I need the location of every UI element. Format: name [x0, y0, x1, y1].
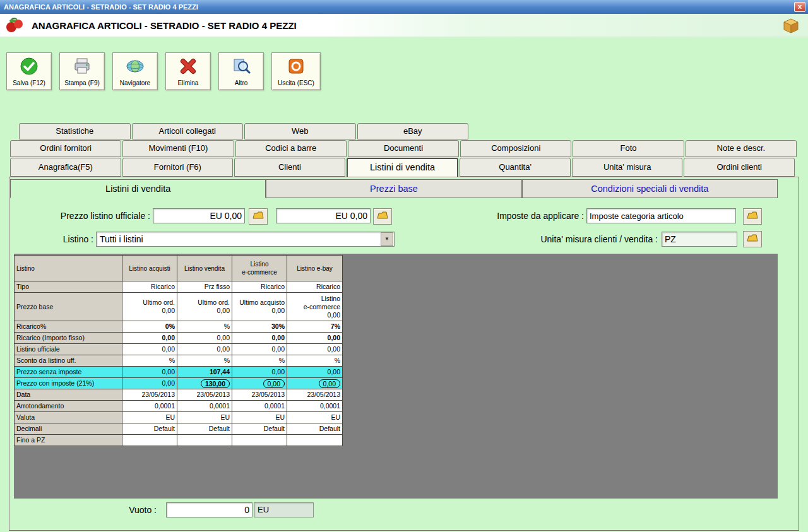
grid-cell[interactable] [177, 435, 232, 446]
imposte-input[interactable] [586, 208, 736, 223]
tab-movimenti-f10[interactable]: Movimenti (F10) [122, 140, 234, 157]
print-button[interactable]: Stampa (F9) [59, 52, 105, 90]
vuoto-input[interactable] [166, 502, 252, 517]
grid-cell[interactable]: Prz fisso [177, 281, 232, 293]
subtab-condizioni-speciali-di-vendita[interactable]: Condizioni speciali di vendita [522, 179, 778, 198]
tab-clienti[interactable]: Clienti [234, 158, 345, 177]
tab-statistiche[interactable]: Statistiche [19, 123, 131, 139]
subtab-prezzi-base[interactable]: Prezzi base [266, 179, 521, 198]
grid-cell[interactable]: Ricarico [232, 281, 287, 293]
grid-cell[interactable] [232, 435, 287, 446]
subtab-listini-di-vendita[interactable]: Listini di vendita [10, 179, 266, 198]
tab-fornitori-f6[interactable]: Fornitori (F6) [122, 158, 234, 177]
grid-cell[interactable]: 30% [232, 321, 287, 333]
grid-cell[interactable]: 0,0001 [287, 401, 343, 412]
grid-cell[interactable]: 0,0001 [177, 401, 232, 412]
um-input[interactable] [662, 232, 737, 247]
grid-cell[interactable]: Default [232, 423, 287, 435]
grid-cell[interactable]: % [232, 355, 287, 367]
table-row: Arrotondamento0,00010,00010,00010,0001 [15, 401, 343, 412]
close-icon[interactable]: x [794, 2, 805, 12]
tab-quantita[interactable]: Quantita' [460, 158, 571, 177]
tab-ebay[interactable]: eBay [357, 123, 469, 139]
grid-cell[interactable]: Ultimo acquisto 0,00 [232, 293, 287, 321]
grid-cell[interactable]: 23/05/2013 [287, 389, 343, 401]
grid-cell[interactable]: 0,00 [287, 378, 343, 389]
grid-cell[interactable]: 23/05/2013 [122, 389, 177, 401]
tab-web[interactable]: Web [244, 123, 356, 139]
prezzo-lookup-2-button[interactable] [373, 208, 392, 225]
grid-cell[interactable]: 0,0001 [122, 401, 177, 412]
grid-cell[interactable]: 0,00 [287, 333, 343, 344]
grid-cell[interactable]: Default [177, 423, 232, 435]
grid-cell[interactable]: 0,00 [287, 367, 343, 378]
grid-cell[interactable]: 0,00 [232, 367, 287, 378]
grid-cell[interactable]: Listino e-commerce 0,00 [287, 293, 343, 321]
grid-cell[interactable]: Ricarico [287, 281, 343, 293]
grid-cell[interactable]: Ultimo ord. 0,00 [177, 293, 232, 321]
grid-cell[interactable]: 0,00 [232, 333, 287, 344]
imposte-lookup-button[interactable] [743, 208, 762, 225]
grid-cell[interactable]: Ultimo ord. 0,00 [122, 293, 177, 321]
folder-lookup-icon [377, 211, 388, 222]
save-button[interactable]: Salva (F12) [6, 52, 52, 90]
grid-row-label: Data [15, 389, 122, 401]
grid-cell[interactable]: Ricarico [122, 281, 177, 293]
tab-unita-misura[interactable]: Unita' misura [572, 158, 683, 177]
prezzo-listino-input-2[interactable] [276, 208, 371, 223]
tab-row-3: Anagrafica(F5)Fornitori (F6)ClientiListi… [10, 158, 795, 177]
um-lookup-button[interactable] [743, 231, 762, 247]
navigator-button[interactable]: Navigatore [112, 52, 158, 90]
grid-cell[interactable]: EU [232, 412, 287, 423]
grid-cell[interactable]: % [177, 355, 232, 367]
grid-cell[interactable]: % [122, 355, 177, 367]
grid-cell[interactable]: 0,00 [177, 344, 232, 355]
grid-cell[interactable]: 0,00 [232, 378, 287, 389]
tab-foto[interactable]: Foto [573, 140, 684, 157]
toolbar: Salva (F12) Stampa (F9) Navigatore Elimi… [6, 52, 321, 90]
navigator-globe-icon [125, 57, 145, 78]
tab-documenti[interactable]: Documenti [348, 140, 459, 157]
tab-note-e-descr[interactable]: Note e descr. [686, 140, 797, 157]
grid-cell[interactable]: % [177, 321, 232, 333]
tab-composizioni[interactable]: Composizioni [460, 140, 571, 157]
tab-anagrafica-f5[interactable]: Anagrafica(F5) [10, 158, 121, 177]
grid-cell[interactable]: 0% [122, 321, 177, 333]
grid-cell[interactable]: 23/05/2013 [177, 389, 232, 401]
grid-cell[interactable]: EU [122, 412, 177, 423]
prezzo-listino-input-1[interactable] [153, 208, 245, 223]
grid-cell[interactable]: Default [122, 423, 177, 435]
prezzo-lookup-1-button[interactable] [249, 208, 268, 225]
tab-codici-a-barre[interactable]: Codici a barre [235, 140, 347, 157]
tab-articoli-collegati[interactable]: Articoli collegati [132, 123, 244, 139]
grid-cell[interactable]: 0,00 [287, 344, 343, 355]
grid-cell[interactable]: 0,00 [177, 333, 232, 344]
grid-cell[interactable]: 0,0001 [232, 401, 287, 412]
grid-cell[interactable]: 23/05/2013 [232, 389, 287, 401]
grid-cell[interactable]: EU [177, 412, 232, 423]
grid-cell[interactable]: % [287, 355, 343, 367]
grid-cell[interactable]: 130,00 [177, 378, 232, 389]
grid-cell[interactable] [122, 435, 177, 446]
grid-cell[interactable]: 0,00 [122, 367, 177, 378]
tab-ordini-fornitori[interactable]: Ordini fornitori [10, 140, 121, 157]
grid-cell[interactable] [287, 435, 343, 446]
grid-row-label: Listino ufficiale [15, 344, 122, 355]
grid-cell[interactable]: 0,00 [232, 344, 287, 355]
grid-cell[interactable]: 107,44 [177, 367, 232, 378]
grid-cell[interactable]: Default [287, 423, 343, 435]
grid-row-label: Prezzo base [15, 293, 122, 321]
other-button[interactable]: Altro [218, 52, 264, 90]
chevron-down-icon[interactable]: ▼ [381, 232, 393, 246]
grid-cell[interactable]: EU [287, 412, 343, 423]
delete-button[interactable]: Elimina [165, 52, 211, 90]
exit-button[interactable]: Uscita (ESC) [271, 52, 321, 90]
grid-cell[interactable]: 7% [287, 321, 343, 333]
tab-ordini-clienti[interactable]: Ordini clienti [684, 158, 795, 177]
grid-cell[interactable]: 0,00 [122, 378, 177, 389]
tab-row-2: Ordini fornitoriMovimenti (F10)Codici a … [10, 140, 797, 157]
grid-cell[interactable]: 0,00 [122, 344, 177, 355]
grid-cell[interactable]: 0,00 [122, 333, 177, 344]
tab-listini-di-vendita[interactable]: Listini di vendita [347, 158, 459, 177]
listino-select[interactable]: Tutti i listini ▼ [96, 232, 395, 247]
